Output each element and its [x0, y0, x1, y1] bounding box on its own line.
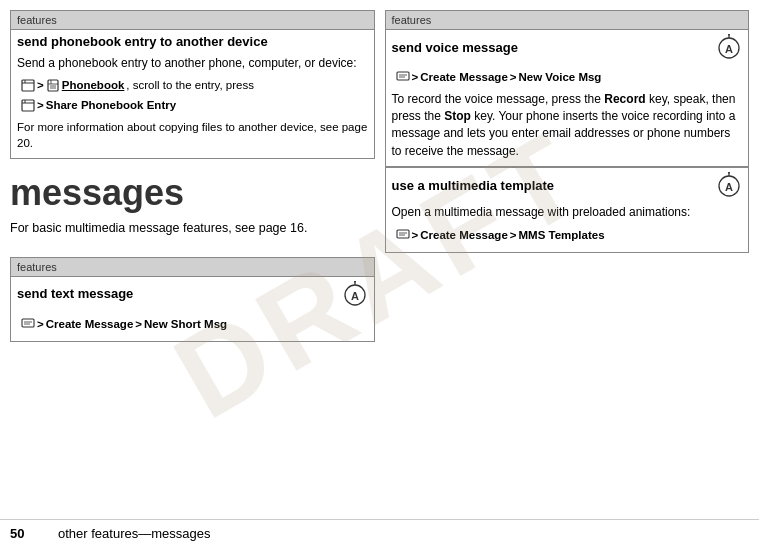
svg-point-28 — [728, 172, 730, 174]
multimedia-icon-badge: A — [716, 172, 742, 198]
left-top-table-title-row: send phonebook entry to another device — [11, 30, 374, 51]
multimedia-template-title-row: use a multimedia template A — [386, 167, 749, 200]
svg-rect-3 — [48, 80, 58, 91]
svg-text:A: A — [351, 290, 359, 302]
badge-svg: A — [342, 281, 368, 307]
multimedia-badge-svg: A — [716, 172, 742, 198]
voice-badge-svg: A — [716, 34, 742, 60]
left-top-table-content: Send a phonebook entry to another phone,… — [11, 51, 374, 158]
phonebook-note: For more information about copying files… — [17, 119, 368, 152]
footer-text: other features—messages — [58, 526, 210, 541]
multimedia-menu-line: > Create Message > MMS Templates — [392, 227, 743, 244]
multimedia-body: Open a multimedia message with preloaded… — [392, 204, 743, 221]
text-msg-icon-badge: A — [342, 281, 368, 307]
phone-icon — [21, 79, 35, 92]
text-msg-menu-line: > Create Message > New Short Msg — [17, 316, 368, 333]
content-area: features send phonebook entry to another… — [0, 0, 759, 519]
right-top-feature-table: features send voice message A — [385, 10, 750, 167]
messages-section: messages For basic multimedia message fe… — [10, 159, 375, 247]
msg-icon-3 — [21, 318, 35, 330]
new-short-msg-label: New Short Msg — [144, 316, 227, 333]
left-top-table-header: features — [11, 11, 374, 30]
create-msg-label-1: Create Message — [46, 316, 134, 333]
page-wrapper: DRAFT features send phonebook entry to a… — [0, 0, 759, 547]
left-bottom-title-row: send text message A — [11, 277, 374, 309]
left-bottom-content: > Create Message > New Short Msg — [11, 309, 374, 342]
right-column: features send voice message A — [385, 10, 750, 519]
svg-rect-15 — [22, 319, 34, 327]
record-bold: Record — [604, 92, 645, 106]
voice-body: To record the voice message, press the R… — [392, 91, 743, 161]
svg-rect-0 — [22, 80, 34, 91]
create-msg-label-3: Create Message — [420, 227, 508, 244]
svg-rect-22 — [397, 72, 409, 80]
svg-rect-8 — [22, 100, 34, 111]
create-msg-label-2: Create Message — [420, 69, 508, 86]
right-top-title-row: send voice message A — [386, 30, 749, 62]
voice-msg-menu-line: > Create Message > New Voice Msg — [392, 69, 743, 86]
mms-templates-label: MMS Templates — [519, 227, 605, 244]
messages-subtitle: For basic multimedia message features, s… — [10, 219, 375, 237]
new-voice-msg-label: New Voice Msg — [519, 69, 602, 86]
multimedia-template-content: Open a multimedia message with preloaded… — [386, 200, 749, 252]
share-phonebook-label: Share Phonebook Entry — [46, 97, 176, 114]
arrow-1: > — [37, 77, 44, 94]
svg-text:A: A — [725, 43, 733, 55]
page-footer: 50 other features—messages — [0, 519, 759, 547]
phonebook-icon — [46, 79, 60, 92]
svg-point-21 — [728, 34, 730, 36]
left-bottom-feature-table: features send text message A — [10, 257, 375, 343]
voice-msg-icon-badge: A — [716, 34, 742, 60]
phonebook-body-1: Send a phonebook entry to another phone,… — [17, 55, 368, 72]
multimedia-template-title: use a multimedia template — [392, 178, 555, 193]
phone-icon-2 — [21, 99, 35, 112]
right-top-content: > Create Message > New Voice Msg To reco… — [386, 62, 749, 166]
send-text-title: send text message — [17, 286, 133, 301]
left-column: features send phonebook entry to another… — [10, 10, 375, 519]
left-bottom-table-header: features — [11, 258, 374, 277]
svg-point-14 — [354, 281, 356, 283]
send-voice-title: send voice message — [392, 40, 518, 55]
right-top-header: features — [386, 11, 749, 30]
msg-icon-4 — [396, 71, 410, 83]
arrow-2: > — [37, 97, 44, 114]
phonebook-label: Phonebook — [62, 77, 125, 94]
msg-icon-5 — [396, 229, 410, 241]
page-number: 50 — [10, 526, 42, 541]
messages-title: messages — [10, 173, 375, 213]
stop-bold: Stop — [444, 109, 471, 123]
right-bottom-feature-table: use a multimedia template A Open a multi… — [385, 167, 750, 253]
menu-line-1: > Phonebook , scroll to the entry, press — [17, 77, 368, 94]
send-phonebook-title: send phonebook entry to another device — [17, 34, 268, 49]
svg-text:A: A — [725, 181, 733, 193]
menu-line-2: > Share Phonebook Entry — [17, 97, 368, 114]
phonebook-scroll-text: , scroll to the entry, press — [126, 77, 254, 94]
svg-rect-29 — [397, 230, 409, 238]
left-top-feature-table: features send phonebook entry to another… — [10, 10, 375, 159]
